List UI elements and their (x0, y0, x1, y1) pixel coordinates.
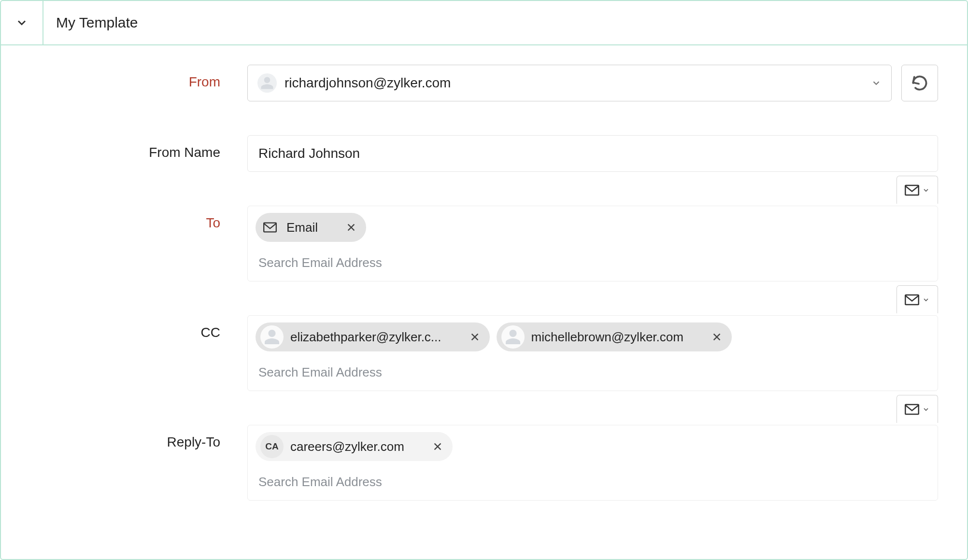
chevron-down-icon (922, 406, 930, 413)
cc-chip-label: elizabethparker@zylker.c... (290, 330, 441, 345)
envelope-icon (905, 294, 919, 306)
cc-input[interactable]: elizabethparker@zylker.c... michellebrow… (247, 315, 938, 391)
reply-to-envelope-dropdown[interactable] (897, 395, 938, 423)
chevron-down-icon (871, 78, 882, 88)
svg-rect-4 (905, 295, 919, 305)
chevron-down-icon (922, 296, 930, 304)
reply-to-label: Reply-To (30, 425, 247, 450)
svg-rect-1 (264, 223, 276, 232)
cc-chip: elizabethparker@zylker.c... (256, 322, 490, 351)
to-chip-label: Email (286, 220, 318, 235)
user-icon (504, 328, 522, 346)
to-search-input[interactable] (256, 251, 930, 278)
to-label: To (30, 206, 247, 231)
envelope-icon (260, 218, 280, 237)
reply-to-input[interactable]: CA careers@zylker.com (247, 425, 938, 501)
cc-chip-label: michellebrown@zylker.com (531, 330, 683, 345)
chevron-down-icon (15, 16, 28, 29)
row-from: From richardjohnson@zylker.com (30, 65, 938, 101)
cc-chip-remove[interactable] (710, 330, 724, 344)
collapse-toggle[interactable] (1, 0, 43, 45)
header: My Template (1, 1, 967, 45)
user-icon (263, 328, 281, 346)
cc-envelope-dropdown[interactable] (897, 285, 938, 313)
reply-to-search-input[interactable] (256, 470, 930, 497)
user-avatar (260, 325, 284, 349)
refresh-button[interactable] (901, 65, 938, 101)
svg-rect-0 (905, 185, 919, 195)
avatar-initials: CA (260, 435, 284, 458)
svg-rect-9 (905, 405, 919, 414)
from-name-input[interactable] (247, 135, 938, 172)
reply-to-chip-label: careers@zylker.com (290, 439, 404, 454)
form-area: From richardjohnson@zylker.com (1, 45, 967, 501)
to-input[interactable]: Email (247, 206, 938, 281)
template-editor: My Template From richardjohnson@zylker.c… (0, 0, 968, 560)
from-name-label: From Name (30, 135, 247, 160)
to-chip: Email (256, 213, 366, 242)
close-icon (712, 332, 722, 342)
user-avatar (501, 325, 525, 349)
from-value: richardjohnson@zylker.com (285, 75, 451, 91)
to-chip-remove[interactable] (344, 220, 358, 235)
chevron-down-icon (922, 186, 930, 194)
close-icon (470, 332, 480, 342)
user-icon (260, 76, 274, 90)
row-reply-to: Reply-To CA careers@zylker.com (30, 425, 938, 501)
refresh-icon (911, 74, 928, 92)
row-cc: CC elizabethparker@zylker.c... (30, 315, 938, 391)
from-label: From (30, 65, 247, 90)
cc-chip: michellebrown@zylker.com (497, 322, 732, 351)
to-envelope-dropdown[interactable] (897, 176, 938, 204)
envelope-icon (905, 404, 919, 415)
cc-label: CC (30, 315, 247, 340)
row-to: To Email (30, 206, 938, 281)
envelope-icon (905, 184, 919, 196)
from-avatar (257, 73, 277, 93)
reply-to-chip: CA careers@zylker.com (256, 432, 453, 461)
reply-to-chip-remove[interactable] (430, 439, 445, 454)
page-title: My Template (43, 14, 138, 31)
close-icon (432, 441, 443, 452)
from-select[interactable]: richardjohnson@zylker.com (247, 65, 892, 101)
cc-chip-remove[interactable] (468, 330, 482, 344)
cc-search-input[interactable] (256, 360, 930, 388)
close-icon (346, 222, 356, 233)
row-from-name: From Name (30, 135, 938, 172)
